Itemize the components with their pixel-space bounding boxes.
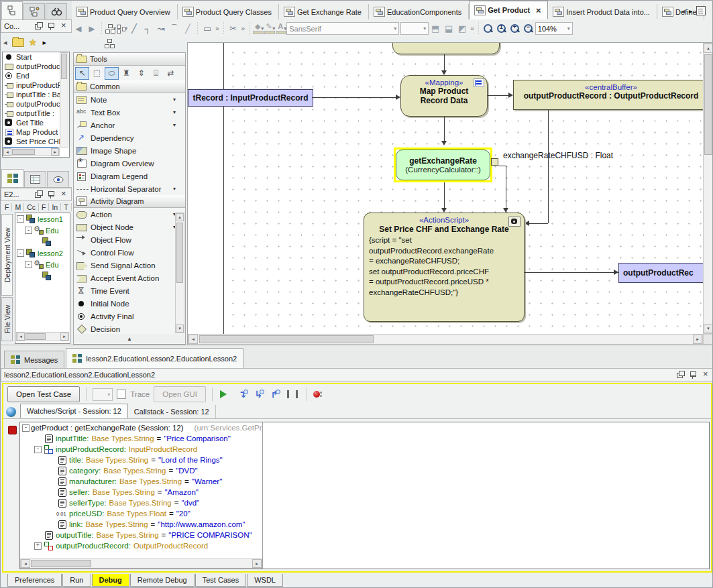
- step-over-icon[interactable]: ↳: [252, 389, 264, 400]
- watch-row[interactable]: inputProductRecord: InputProductRecord: [20, 444, 262, 455]
- get-title-action-node-partial[interactable]: [392, 43, 500, 54]
- tab-e2e-browser[interactable]: [1, 169, 23, 187]
- scrollbar-thumb[interactable]: [61, 54, 67, 79]
- tree-expander-icon[interactable]: [22, 424, 30, 432]
- explorer-horizontal-scrollbar[interactable]: ◂ ▸: [16, 332, 69, 341]
- palette-item[interactable]: Text Box ▾: [74, 106, 185, 119]
- diagram-tab[interactable]: Get Exchange Rate: [279, 4, 369, 19]
- output-tab[interactable]: Messages: [4, 351, 64, 368]
- reset-layout-icon[interactable]: ⇄: [164, 67, 178, 80]
- output-tab[interactable]: lesson2.EducationLesson2.EducationLesson…: [66, 348, 243, 368]
- pin-panel-icon[interactable]: [47, 190, 56, 198]
- tab-callstack[interactable]: Callstack - Session: 12: [128, 405, 216, 418]
- palette-item[interactable]: Image Shape ▾: [74, 144, 185, 157]
- favorites-star-icon[interactable]: [29, 38, 38, 47]
- explorer-view-tab[interactable]: M: [12, 203, 24, 211]
- watch-row[interactable]: seller: Base Types.String = "Amazon": [20, 487, 262, 497]
- overflow-chevron-icon[interactable]: »: [215, 25, 219, 32]
- palette-item[interactable]: Horizontal Separator ▾: [74, 182, 185, 195]
- chevron-down-icon[interactable]: ▾: [173, 109, 176, 115]
- scrollbar-thumb[interactable]: [12, 149, 35, 155]
- scroll-right-icon[interactable]: ▸: [693, 335, 702, 344]
- breakpoints-icon[interactable]: [313, 390, 322, 399]
- palette-item[interactable]: Initial Node ▾: [74, 297, 185, 310]
- zoom-out-icon[interactable]: −: [524, 24, 533, 34]
- trace-checkbox[interactable]: [117, 390, 126, 399]
- watch-row[interactable]: title: Base Types.String = "Lord of the …: [20, 455, 262, 465]
- pin-panel-icon[interactable]: [689, 371, 698, 379]
- scroll-right-icon[interactable]: ▸: [60, 333, 68, 341]
- map-product-record-data-node[interactable]: «Mapping» Map Product Record Data: [400, 75, 488, 117]
- tab-list-icon[interactable]: [696, 6, 706, 15]
- oval-select-tool-icon[interactable]: ⬭: [105, 67, 119, 80]
- pause-icon[interactable]: [287, 390, 298, 398]
- output-product-record-buffer-node[interactable]: «centralBuffer» outputProductRecord : Ou…: [513, 80, 703, 110]
- watch-row[interactable]: inputTitle: Base Types.String = "Price C…: [20, 433, 262, 444]
- deployment-tree-row[interactable]: lesson1: [15, 213, 70, 225]
- object-flow-edge[interactable]: [548, 110, 549, 223]
- line-style-dashed-icon[interactable]: ╱: [181, 22, 195, 36]
- containment-cascade-icon[interactable]: [104, 38, 120, 52]
- diagram-tab[interactable]: Insert Product Data into...: [548, 4, 657, 19]
- tab-scroll-left-icon[interactable]: ◂: [681, 7, 685, 15]
- overflow-chevron-icon[interactable]: »: [470, 25, 474, 32]
- compress-icon[interactable]: ⍗: [149, 67, 163, 80]
- palette-item[interactable]: Accept Event Action ▾: [74, 272, 185, 284]
- chevron-down-icon[interactable]: ▾: [173, 122, 176, 128]
- palette-item[interactable]: Object Flow ▾: [74, 233, 185, 246]
- pin-panel-icon[interactable]: [47, 22, 56, 30]
- diagram-canvas[interactable]: tRecord : InputProductRecord «Mapping» M…: [187, 42, 713, 345]
- watch-row[interactable]: manufacturer: Base Types.String = "Warne…: [20, 476, 262, 487]
- tab-zoom-view[interactable]: [47, 171, 69, 187]
- deployment-tree-row[interactable]: [15, 236, 70, 247]
- mode-tab[interactable]: WSDL: [247, 574, 283, 587]
- tree-expander-icon[interactable]: [25, 261, 32, 268]
- mode-tab[interactable]: Debug: [92, 574, 129, 587]
- diagram-tab[interactable]: Get Product: [469, 1, 548, 19]
- scroll-right-icon[interactable]: ▸: [252, 559, 262, 568]
- tab-deployment-view[interactable]: Deployment View: [1, 214, 13, 296]
- resize-shape-icon[interactable]: ▭: [201, 22, 214, 36]
- mode-tab[interactable]: Preferences: [7, 574, 62, 587]
- deployment-tree-row[interactable]: Edu: [15, 225, 70, 236]
- explorer-view-tab[interactable]: In: [49, 203, 61, 211]
- watch-row[interactable]: outputProductRecord: OutputProductRecord: [20, 540, 262, 551]
- open-test-case-button[interactable]: Open Test Case: [7, 386, 80, 402]
- containment-vertical-scrollbar[interactable]: [60, 52, 68, 148]
- fill-color-icon[interactable]: [252, 23, 263, 34]
- scrollbar-thumb[interactable]: [25, 333, 46, 340]
- object-flow-edge[interactable]: [312, 97, 396, 98]
- tree-expander-icon[interactable]: [17, 215, 24, 223]
- tab-search[interactable]: [46, 3, 67, 19]
- scroll-left-icon[interactable]: ◂: [17, 333, 25, 341]
- overflow-chevron-icon[interactable]: »: [241, 25, 245, 32]
- watch-row[interactable]: link: Base Types.String = "http://www.am…: [20, 519, 262, 530]
- mode-tab[interactable]: Run: [62, 574, 91, 587]
- palette-item[interactable]: Object Node ▾: [74, 221, 185, 233]
- explorer-view-tab[interactable]: T: [61, 203, 71, 211]
- test-case-select[interactable]: ▾: [93, 388, 113, 401]
- back-icon[interactable]: ◄: [72, 22, 85, 36]
- control-flow-edge[interactable]: [444, 182, 445, 208]
- tab-containment-tree[interactable]: [1, 1, 23, 19]
- close-panel-icon[interactable]: [702, 371, 710, 379]
- deployment-tree-row[interactable]: Edu: [15, 259, 70, 270]
- zoom-level-select[interactable]: 104%▾: [535, 22, 573, 35]
- input-product-record-node[interactable]: tRecord : InputProductRecord: [188, 89, 313, 107]
- scroll-up-icon[interactable]: ▴: [176, 213, 184, 221]
- stamp-tool-icon[interactable]: ♜: [119, 67, 133, 80]
- collapse-left-icon[interactable]: ◂: [3, 38, 7, 47]
- object-flow-edge[interactable]: [488, 95, 508, 96]
- watch-row[interactable]: category: Base Types.String = "DVD": [20, 465, 262, 476]
- palette-item[interactable]: Activity Final ▾: [74, 310, 185, 322]
- set-price-chf-action-node[interactable]: «ActionScript» Set Price CHF and Exchang…: [364, 213, 525, 322]
- deployment-tree-row[interactable]: lesson2: [15, 247, 70, 259]
- line-color-icon[interactable]: [264, 23, 274, 34]
- containment-horizontal-scrollbar[interactable]: ◂ ▸: [3, 148, 60, 156]
- canvas-horizontal-scrollbar[interactable]: ◂ ▸: [188, 334, 703, 345]
- tab-structure-tree[interactable]: [23, 3, 45, 19]
- scrollbar-thumb[interactable]: [199, 335, 374, 343]
- zoom-1-1-icon[interactable]: 1: [497, 24, 506, 34]
- tab-watches-script[interactable]: Watches/Script - Session: 12: [20, 404, 128, 418]
- explorer-view-tab[interactable]: Cc: [24, 203, 39, 211]
